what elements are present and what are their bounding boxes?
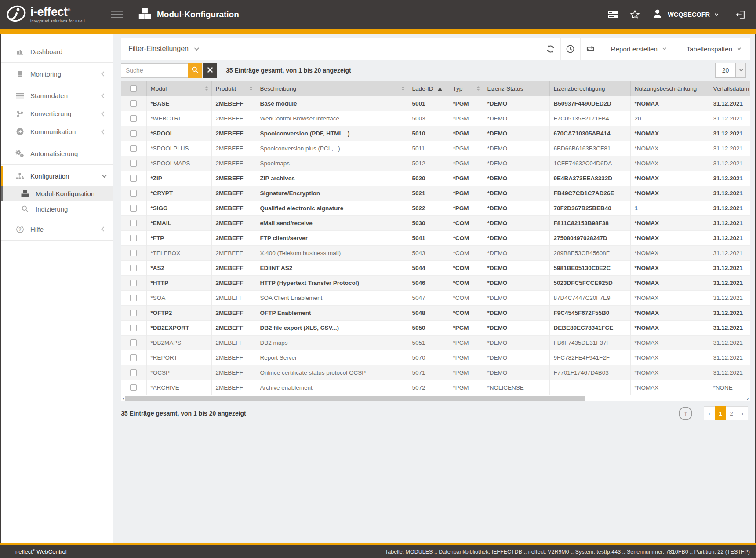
cell-verfallsdatum: 31.12.2021 xyxy=(709,320,750,335)
row-checkbox[interactable] xyxy=(130,130,137,137)
page-title: Modul-Konfiguration xyxy=(157,10,239,19)
row-checkbox[interactable] xyxy=(130,384,137,391)
table-row[interactable]: *FTP2MEBEFFFTP client/server5041*COM*DEM… xyxy=(121,230,750,245)
table-row[interactable]: *DB2MAPS2MEBEFFDB2 maps5051*PGM*DEMOFB6F… xyxy=(121,335,750,350)
row-checkbox[interactable] xyxy=(130,339,137,346)
row-checkbox[interactable] xyxy=(130,100,137,107)
table-row[interactable]: *ARCHIVE2MEBEFFArchive enablement5072*PG… xyxy=(121,380,750,395)
select-all-checkbox[interactable] xyxy=(130,85,137,92)
row-checkbox[interactable] xyxy=(130,235,137,241)
row-checkbox[interactable] xyxy=(130,295,137,301)
row-checkbox[interactable] xyxy=(130,145,137,152)
sidebar-item-automatisierung[interactable]: Automatisierung xyxy=(1,144,113,163)
table-row[interactable]: *REPORT2MEBEFFReport Server5070*PGM*DEMO… xyxy=(121,350,750,365)
system-icon[interactable] xyxy=(608,11,618,18)
cell-lade-id: 5072 xyxy=(408,380,449,395)
sidebar-item-hilfe[interactable]: ?Hilfe xyxy=(1,219,113,239)
scroll-left-icon[interactable]: ‹ xyxy=(123,396,124,401)
cell-modul: *SPOOLPLUS xyxy=(146,141,211,156)
sidebar-item-modul-konfiguration[interactable]: Modul-Konfiguration xyxy=(1,186,113,201)
table-row[interactable]: *OCSP2MEBEFFOnlince certificate status p… xyxy=(121,365,750,380)
gears-icon xyxy=(15,150,25,157)
row-checkbox[interactable] xyxy=(130,280,137,286)
col-header-typ[interactable]: Typ xyxy=(449,81,483,96)
cell-modul: *WEBCTRL xyxy=(146,111,211,126)
row-checkbox[interactable] xyxy=(130,250,137,256)
pagination-page-1[interactable]: 1 xyxy=(715,406,726,420)
sidebar-item-monitoring[interactable]: Monitoring xyxy=(1,64,113,84)
row-checkbox[interactable] xyxy=(130,160,137,167)
sidebar-item-stammdaten[interactable]: Stammdaten xyxy=(1,87,113,105)
table-row[interactable]: *SPOOLMAPS2MEBEFFSpoolmaps5012*PGM*DEMO1… xyxy=(121,156,750,171)
row-checkbox[interactable] xyxy=(130,369,137,376)
row-checkbox[interactable] xyxy=(130,265,137,271)
brand[interactable]: i-effect® integrated solutions for IBM i xyxy=(6,4,98,25)
history-clock-button[interactable] xyxy=(560,38,580,60)
sidebar-item-indizierung[interactable]: Indizierung xyxy=(1,201,113,216)
table-row[interactable]: *SPOOL2MEBEFFSpoolconversion (PDF, HTML.… xyxy=(121,126,750,141)
scrollbar-thumb[interactable] xyxy=(125,396,585,401)
table-row[interactable]: *SPOOLPLUS2MEBEFFSpoolconversion plus (P… xyxy=(121,141,750,156)
sidebar-item-dashboard[interactable]: Dashboard xyxy=(1,42,113,61)
row-checkbox[interactable] xyxy=(130,175,137,182)
table-row[interactable]: *BASE2MEBEFFBase module5001*PGM*DEMOB509… xyxy=(121,96,750,111)
search-button[interactable] xyxy=(188,63,202,78)
cell-produkt: 2MEBEFF xyxy=(211,126,256,141)
row-checkbox[interactable] xyxy=(130,310,137,316)
col-header-lade-id[interactable]: Lade-ID xyxy=(408,81,449,96)
table-row[interactable]: *SOA2MEBEFFSOA Client Enablement5047*COM… xyxy=(121,290,750,305)
page-size-select[interactable]: 20 xyxy=(715,63,746,78)
cell-verfallsdatum: 31.12.2021 xyxy=(709,171,750,186)
table-row[interactable]: *AS22MEBEFFEDIINT AS25044*COM*DEMO5981BE… xyxy=(121,260,750,275)
row-checkbox[interactable] xyxy=(130,354,137,361)
filter-settings-toggle[interactable]: Filter-Einstellungen xyxy=(121,45,541,53)
filter-settings-label: Filter-Einstellungen xyxy=(128,45,189,53)
active-indicator xyxy=(1,186,3,201)
cell-nutzungsbeschraenkung: *NOMAX xyxy=(630,96,709,111)
sort-icon xyxy=(401,86,405,91)
row-checkbox[interactable] xyxy=(130,205,137,212)
logout-icon[interactable] xyxy=(735,10,745,19)
table-row[interactable]: *TELEBOX2MEBEFFX.400 (Telekom business m… xyxy=(121,245,750,260)
col-header-beschreibung[interactable]: Beschreibung xyxy=(256,81,408,96)
table-row[interactable]: *CRYPT2MEBEFFSignature/Encryption5021*PG… xyxy=(121,186,750,201)
scroll-to-top-button[interactable]: ↑ xyxy=(679,407,692,420)
table-row[interactable]: *ZIP2MEBEFFZIP archives5020*PGM*DEMO9E4B… xyxy=(121,171,750,186)
pagination-prev[interactable]: ‹ xyxy=(704,406,715,420)
col-header-modul[interactable]: Modul xyxy=(146,81,211,96)
table-row[interactable]: *EMAIL2MEBEFFeMail send/receive5030*COM*… xyxy=(121,215,750,230)
pagination-page-2[interactable]: 2 xyxy=(726,406,737,420)
table-row[interactable]: *OFTP22MEBEFFOFTP Enablement5048*COM*DEM… xyxy=(121,305,750,320)
sidebar-item-konfiguration[interactable]: Konfiguration xyxy=(1,166,113,186)
clear-search-button[interactable] xyxy=(203,63,217,78)
row-checkbox[interactable] xyxy=(130,220,137,226)
row-checkbox[interactable] xyxy=(130,325,137,331)
row-checkbox[interactable] xyxy=(130,190,137,197)
table-row[interactable]: *HTTP2MEBEFFHTTP (Hypertext Transfer Pro… xyxy=(121,275,750,290)
scroll-right-icon[interactable]: › xyxy=(747,396,749,401)
search-input[interactable] xyxy=(121,63,188,78)
sidebar-item-kommunikation[interactable]: Kommunikation xyxy=(1,123,113,141)
cell-lizenz-status: *DEMO xyxy=(483,260,549,275)
refresh-button[interactable] xyxy=(541,38,560,60)
cell-verfallsdatum: 31.12.2021 xyxy=(709,350,750,365)
sidebar-item-konvertierung[interactable]: Konvertierung xyxy=(1,105,113,123)
row-checkbox[interactable] xyxy=(130,115,137,122)
cell-verfallsdatum: 31.12.2021 xyxy=(709,365,750,380)
table-columns-dropdown[interactable]: Tabellenspalten xyxy=(676,38,750,60)
horizontal-scrollbar[interactable]: ‹ › xyxy=(121,395,750,401)
cell-lizenzberechtigung: 275080497028247D xyxy=(549,230,630,245)
table-row[interactable]: *SIGG2MEBEFFQualified electronic signatu… xyxy=(121,201,750,215)
cell-lizenz-status: *DEMO xyxy=(483,126,549,141)
hamburger-menu-icon[interactable] xyxy=(111,11,123,18)
table-row[interactable]: *DB2EXPORT2MEBEFFDB2 file export (XLS, C… xyxy=(121,320,750,335)
favorites-star-icon[interactable] xyxy=(630,10,640,19)
user-menu[interactable]: WCQSECOFR xyxy=(652,8,717,21)
repeat-button[interactable] xyxy=(580,38,600,60)
col-header-produkt[interactable]: Produkt xyxy=(211,81,256,96)
report-create-dropdown[interactable]: Report erstellen xyxy=(600,38,676,60)
table-row[interactable]: *WEBCTRL2MEBEFFWebControl Browser Interf… xyxy=(121,111,750,126)
pagination-next[interactable]: › xyxy=(737,406,748,420)
cell-lizenz-status: *DEMO xyxy=(483,141,549,156)
cell-produkt: 2MEBEFF xyxy=(211,260,256,275)
